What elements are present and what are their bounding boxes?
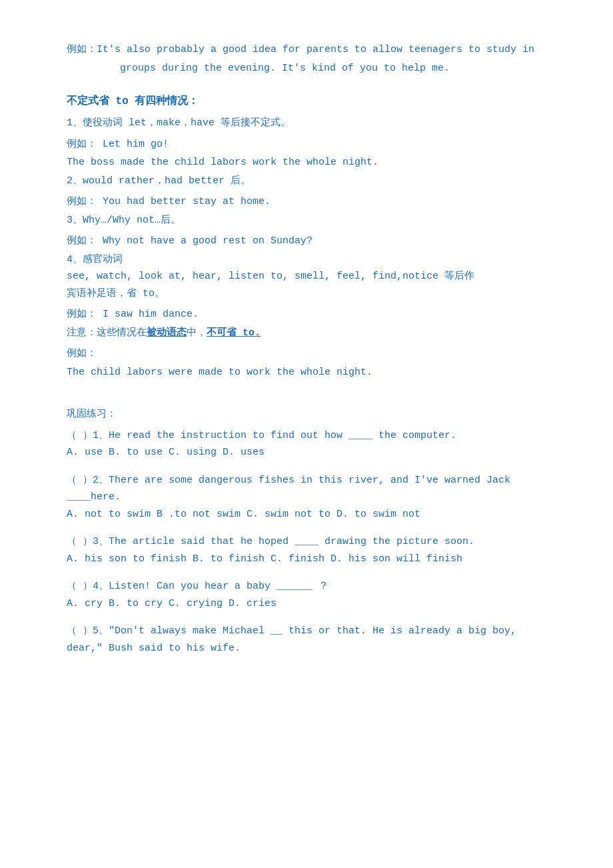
ex5-label: 例如： (67, 348, 97, 359)
rule2-text: 2、would rather，had better 后。 (67, 173, 560, 190)
ex1-label: 例如： (67, 139, 97, 150)
question5-text: （ ）5、"Don't always make Michael __ this … (67, 623, 560, 640)
note-bold-text: 被动语态 (147, 327, 187, 339)
example5-label: 例如： (67, 345, 560, 363)
question2-cont: ____here. (67, 489, 560, 506)
note-block: 注意：这些情况在被动语态中，不可省 to. (67, 325, 560, 342)
ex3-label: 例如： (67, 235, 97, 247)
example-intro-text1: 例如：It's also probably a good idea for pa… (67, 44, 534, 55)
question3-block: （ ）3、The article said that he hoped ____… (67, 533, 560, 567)
example4-block: 例如： I saw him dance. (67, 306, 560, 323)
rule4-detail2-text: 宾语补足语，省 to。 (67, 285, 560, 303)
question5-cont: dear," Bush said to his wife. (67, 640, 560, 657)
question5-block: （ ）5、"Don't always make Michael __ this … (67, 623, 560, 657)
question1-block: （ ）1、He read the instruction to find out… (67, 427, 560, 461)
rule4-text: 4、感官动词 (67, 251, 560, 269)
ex1-text: Let him go! (97, 139, 169, 150)
note-prefix: 注意：这些情况在 (67, 327, 147, 339)
ex3-text: Why not have a good rest on Sunday? (97, 235, 312, 247)
example-intro-line1: 例如：It's also probably a good idea for pa… (67, 41, 560, 59)
rule1-text: 1、使役动词 let，make，have 等后接不定式。 (67, 115, 560, 132)
ex4-text: I saw him dance. (97, 309, 199, 320)
example-intro-text2: groups during the evening. It's kind of … (120, 63, 450, 74)
question4-text: （ ）4、Listen! Can you hear a baby ______ … (67, 578, 560, 595)
question1-options: A. use B. to use C. using D. uses (67, 444, 560, 461)
note-mid-text: 中， (187, 327, 207, 339)
example-intro-block: 例如：It's also probably a good idea for pa… (67, 41, 560, 77)
rule4-block: 4、感官动词 see, watch, look at, hear, listen… (67, 251, 560, 303)
ex2-label: 例如： (67, 196, 97, 207)
question2-block: （ ）2、There are some dangerous fishes in … (67, 472, 560, 523)
rule2-block: 2、would rather，had better 后。 (67, 173, 560, 190)
page-container: 例如：It's also probably a good idea for pa… (67, 41, 560, 657)
ex4-label: 例如： (67, 309, 97, 320)
example3-block: 例如： Why not have a good rest on Sunday? (67, 233, 560, 250)
question2-text: （ ）2、There are some dangerous fishes in … (67, 472, 560, 489)
rule4-detail-text: see, watch, look at, hear, listen to, sm… (67, 268, 560, 285)
example5b-block: The child labors were made to work the w… (67, 364, 560, 381)
question3-options: A. his son to finish B. to finish C. fin… (67, 551, 560, 568)
example-intro-line2: groups during the evening. It's kind of … (67, 60, 560, 77)
example1-block: 例如： Let him go! (67, 136, 560, 153)
rule1-block: 1、使役动词 let，make，have 等后接不定式。 (67, 115, 560, 132)
main-heading: 不定式省 to 有四种情况： (67, 93, 560, 111)
rule3-block: 3、Why…/Why not…后。 (67, 212, 560, 229)
ex5b-text: The child labors were made to work the w… (67, 367, 372, 378)
practice-heading-block: 巩固练习： (67, 406, 560, 423)
ex1b-text: The boss made the child labors work the … (67, 157, 378, 168)
example1b-block: The boss made the child labors work the … (67, 154, 560, 171)
rule3-text: 3、Why…/Why not…后。 (67, 212, 560, 229)
question3-text: （ ）3、The article said that he hoped ____… (67, 533, 560, 551)
question1-text: （ ）1、He read the instruction to find out… (67, 427, 560, 445)
question2-options: A. not to swim B .to not swim C. swim no… (67, 506, 560, 523)
practice-heading-text: 巩固练习： (67, 409, 117, 420)
example2-block: 例如： You had better stay at home. (67, 193, 560, 211)
ex2-text: You had better stay at home. (97, 196, 271, 207)
question4-block: （ ）4、Listen! Can you hear a baby ______ … (67, 578, 560, 612)
heading1-text: 不定式省 to 有四种情况： (67, 95, 199, 107)
note-bold2-text: 不可省 to. (207, 327, 261, 339)
question4-options: A. cry B. to cry C. crying D. cries (67, 595, 560, 613)
